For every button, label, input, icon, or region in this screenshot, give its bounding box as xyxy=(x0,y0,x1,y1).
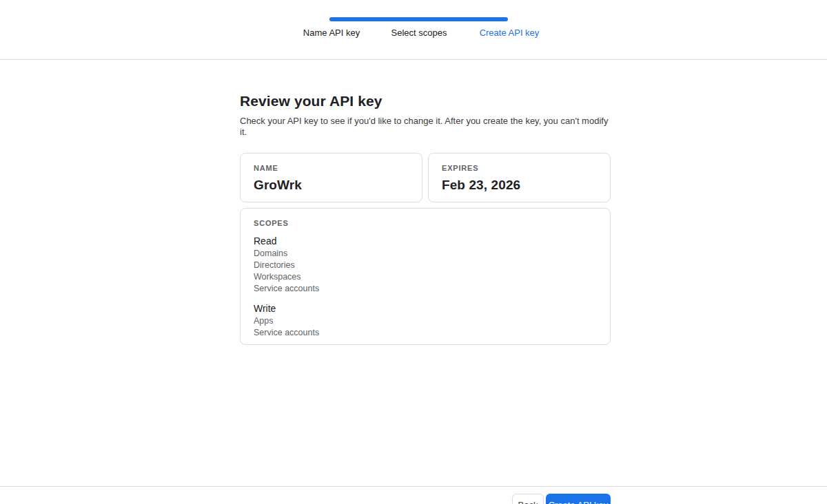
scope-item: Domains xyxy=(254,248,597,260)
scope-item: Workspaces xyxy=(254,271,597,283)
wizard-stepper: Name API key Select scopes Create API ke… xyxy=(0,0,827,60)
wizard-progress-bar xyxy=(329,17,508,21)
name-card: NAME GroWrk xyxy=(240,153,422,202)
expires-card-value: Feb 23, 2026 xyxy=(442,178,597,193)
back-button[interactable]: Back xyxy=(512,494,544,504)
scope-group-name: Write xyxy=(254,302,597,315)
scope-group-write: Write Apps Service accounts xyxy=(254,302,597,339)
scopes-card: SCOPES Read Domains Directories Workspac… xyxy=(240,208,611,345)
scope-item: Directories xyxy=(254,260,597,271)
step-name-api-key[interactable]: Name API key xyxy=(303,28,360,39)
scope-item: Service accounts xyxy=(254,327,597,339)
expires-card-label: EXPIRES xyxy=(442,164,597,172)
create-api-key-wizard: Name API key Select scopes Create API ke… xyxy=(0,0,827,504)
create-api-key-button[interactable]: Create API key xyxy=(546,494,611,504)
scope-item: Service accounts xyxy=(254,283,597,295)
review-section: Review your API key Check your API key t… xyxy=(240,93,611,345)
summary-cards-row: NAME GroWrk EXPIRES Feb 23, 2026 xyxy=(240,153,611,202)
page-subtitle: Check your API key to see if you'd like … xyxy=(240,116,611,138)
footer-divider xyxy=(0,486,827,487)
expires-card: EXPIRES Feb 23, 2026 xyxy=(428,153,611,202)
name-card-label: NAME xyxy=(254,164,409,172)
header-divider xyxy=(0,59,827,60)
scope-group-name: Read xyxy=(254,234,597,248)
scope-item: Apps xyxy=(254,315,597,327)
scope-group-read: Read Domains Directories Workspaces Serv… xyxy=(254,234,597,295)
step-select-scopes[interactable]: Select scopes xyxy=(391,28,447,39)
name-card-value: GroWrk xyxy=(254,178,409,193)
step-create-api-key[interactable]: Create API key xyxy=(480,28,540,39)
scope-groups: Read Domains Directories Workspaces Serv… xyxy=(254,234,597,339)
page-title: Review your API key xyxy=(240,93,611,109)
scopes-card-label: SCOPES xyxy=(254,219,597,227)
